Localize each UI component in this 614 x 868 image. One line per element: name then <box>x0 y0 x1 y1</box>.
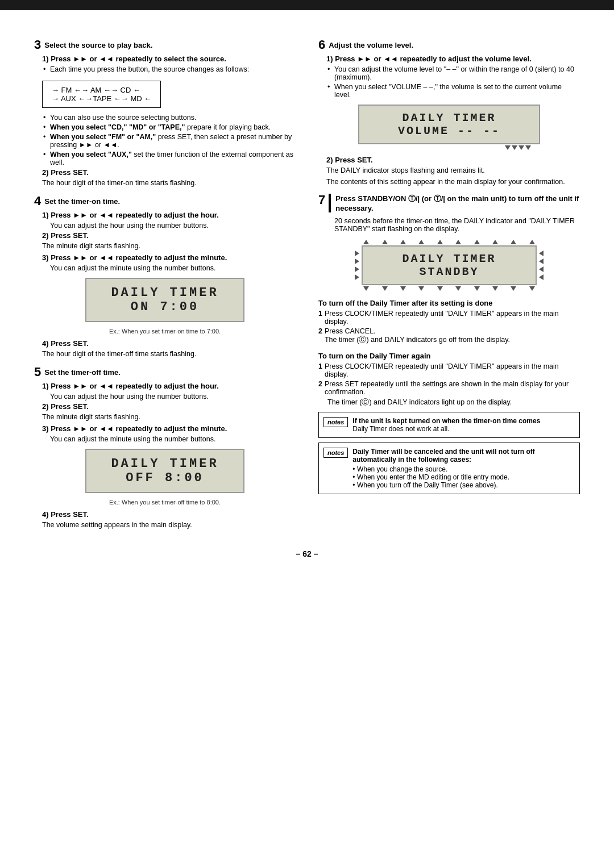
tri-right-2 <box>355 258 359 264</box>
step6-header: 6 Adjust the volume level. <box>318 39 580 51</box>
tri-down-1 <box>505 145 511 150</box>
step7-number: 7 <box>318 194 325 206</box>
step4-lcd-line1: DAILY TIMER <box>96 286 234 300</box>
step6-title: Adjust the volume level. <box>329 39 413 49</box>
step3-bullet1: Each time you press the button, the sour… <box>50 65 296 73</box>
step4-number: 4 <box>34 195 41 207</box>
notes1-text: If the unit is kept turned on when the t… <box>352 417 540 433</box>
step6-lcd: DAILY TIMER VOLUME -- -- <box>358 105 540 144</box>
tri-up-3 <box>400 240 406 244</box>
two-column-layout: 3 Select the source to play back. 1) Pre… <box>34 39 580 532</box>
lcd-standby-body: DAILY TIMER STANDBY <box>352 245 546 285</box>
tri-right-4 <box>355 274 359 280</box>
step6-number: 6 <box>318 39 325 51</box>
turn-on-header: To turn on the Daily Timer again <box>318 352 580 360</box>
step4-press-set4-text: The hour digit of the timer-off time sta… <box>42 350 296 358</box>
notes2-bold: Daily Timer will be canceled and the uni… <box>352 448 534 464</box>
step5-sub1-text: You can adjust the hour using the number… <box>50 393 296 400</box>
step4-sub1-text: You can adjust the hour using the number… <box>50 222 296 229</box>
step3-title: Select the source to play back. <box>44 39 152 49</box>
step7-lcd-line1: DAILY TIMER <box>367 252 531 265</box>
step5-press-set4-text: The volume setting appears in the main d… <box>42 521 296 529</box>
notes-icon-1-container: notes <box>323 417 348 427</box>
step3-header: 3 Select the source to play back. <box>34 39 296 51</box>
step4-press-set2: 2) Press SET. <box>42 231 296 240</box>
turn-on-step1: 1 Press CLOCK/TIMER repeatedly until "DA… <box>318 362 580 378</box>
step3-bullet-aux: When you select "AUX," set the timer fun… <box>50 151 296 166</box>
step5-lcd-line1: DAILY TIMER <box>96 457 234 471</box>
step4-title: Set the timer-on time. <box>44 195 120 206</box>
step7-content: Press STANDBY/ON Ⓣ/| (or Ⓣ/| on the main… <box>329 194 580 212</box>
tri-up-1 <box>363 240 369 244</box>
step4-press-set4: 4) Press SET. <box>42 339 296 348</box>
tri-up-8 <box>492 240 498 244</box>
step6-press-set2-text1: The DAILY indicator stops flashing and r… <box>326 166 580 174</box>
left-column: 3 Select the source to play back. 1) Pre… <box>34 39 296 532</box>
tri-up-10 <box>529 240 535 244</box>
tri-bot-1 <box>363 286 369 291</box>
tri-bot-7 <box>474 286 480 291</box>
step3-sub1-label: 1) Press ►► or ◄◄ repeatedly to select t… <box>42 55 296 63</box>
turn-off-step2-num: 2 <box>318 327 322 345</box>
step6-bullet1: You can adjust the volume level to "– –"… <box>334 65 580 81</box>
step6: 6 Adjust the volume level. 1) Press ►► o… <box>318 39 580 186</box>
flow-text1: → FM ←→ AM ←→ CD ← <box>52 86 140 94</box>
step5-sub3-label: 3) Press ►► or ◄◄ repeatedly to adjust t… <box>42 424 296 433</box>
turn-off-step1-text: Press CLOCK/TIMER repeatedly until "DAIL… <box>325 310 580 326</box>
tri-up-2 <box>382 240 388 244</box>
step4-header: 4 Set the timer-on time. <box>34 195 296 207</box>
step6-bullet2: When you select "VOLUME – –," the volume… <box>334 83 580 99</box>
tri-bot-10 <box>529 286 535 291</box>
step5-title: Set the timer-off time. <box>44 366 121 377</box>
step5-press-set2-text: The minute digit starts flashing. <box>42 413 296 421</box>
step7-lcd-container: DAILY TIMER STANDBY <box>352 240 546 291</box>
notes-icon-1: notes <box>323 417 348 427</box>
notes-icon-2: notes <box>323 448 348 458</box>
step4: 4 Set the timer-on time. 1) Press ►► or … <box>34 195 296 358</box>
tri-right-3 <box>355 266 359 272</box>
turn-off-step1: 1 Press CLOCK/TIMER repeatedly until "DA… <box>318 310 580 326</box>
step5-sub3-text: You can adjust the minute using the numb… <box>50 435 296 443</box>
turn-off-step1-num: 1 <box>318 310 322 326</box>
tri-left-3 <box>539 266 544 272</box>
turn-off-header: To turn off the Daily Timer after its se… <box>318 299 580 307</box>
tri-up-7 <box>474 240 480 244</box>
tri-bot-4 <box>418 286 424 291</box>
step3-bullet-cd-md: When you select "CD," "MD" or "TAPE," pr… <box>50 123 296 131</box>
step3-number: 3 <box>34 39 41 51</box>
step5-number: 5 <box>34 366 41 378</box>
notes2-bullet2: • When you enter the MD editing or title… <box>352 473 575 481</box>
step7-lcd: DAILY TIMER STANDBY <box>362 245 537 285</box>
tri-bot-6 <box>455 286 461 291</box>
step7-text: Press STANDBY/ON Ⓣ/| (or Ⓣ/| on the main… <box>335 194 580 212</box>
step6-press-set2: 2) Press SET. <box>326 156 580 164</box>
tri-up-6 <box>455 240 461 244</box>
step4-lcd-caption: Ex.: When you set timer-on time to 7:00. <box>34 328 296 335</box>
step7-bar <box>329 194 331 212</box>
tri-left-4 <box>539 274 544 280</box>
step6-lcd-line1: DAILY TIMER <box>366 111 532 124</box>
notes2-bullet1: • When you change the source. <box>352 465 575 473</box>
lcd-right-tris <box>537 248 546 282</box>
turn-on-step2-num: 2 <box>318 380 322 396</box>
tri-down-2 <box>512 145 517 150</box>
notes2-bullet3: • When you turn off the Daily Timer (see… <box>352 481 575 489</box>
notes2-text: Daily Timer will be canceled and the uni… <box>352 448 575 489</box>
step5-press-set4: 4) Press SET. <box>42 510 296 519</box>
step3-bullet-also: You can also use the source selecting bu… <box>50 114 296 122</box>
tri-down-4 <box>525 145 531 150</box>
step7-header: 7 Press STANDBY/ON Ⓣ/| (or Ⓣ/| on the ma… <box>318 194 580 212</box>
flow-text2: → AUX ←→TAPE ←→ MD ← <box>52 94 151 103</box>
flow-diagram: → FM ←→ AM ←→ CD ← → AUX ←→TAPE ←→ MD ← <box>42 81 161 108</box>
tri-bot-3 <box>400 286 406 291</box>
step5-sub1-label: 1) Press ►► or ◄◄ repeatedly to adjust t… <box>42 382 296 390</box>
step5-press-set2: 2) Press SET. <box>42 402 296 411</box>
step5-lcd: DAILY TIMER OFF 8:00 <box>85 449 244 493</box>
notes1-bold: If the unit is kept turned on when the t… <box>352 417 540 425</box>
lcd-left-tris <box>352 248 362 282</box>
step7-title: Press STANDBY/ON Ⓣ/| (or Ⓣ/| on the main… <box>335 192 579 212</box>
turn-on-step2-text: Press SET repeatedly until the settings … <box>325 380 580 396</box>
turn-on-section: To turn on the Daily Timer again 1 Press… <box>318 352 580 407</box>
notes2-bullets: • When you change the source. • When you… <box>352 465 575 489</box>
notes1-body: Daily Timer does not work at all. <box>352 425 449 433</box>
